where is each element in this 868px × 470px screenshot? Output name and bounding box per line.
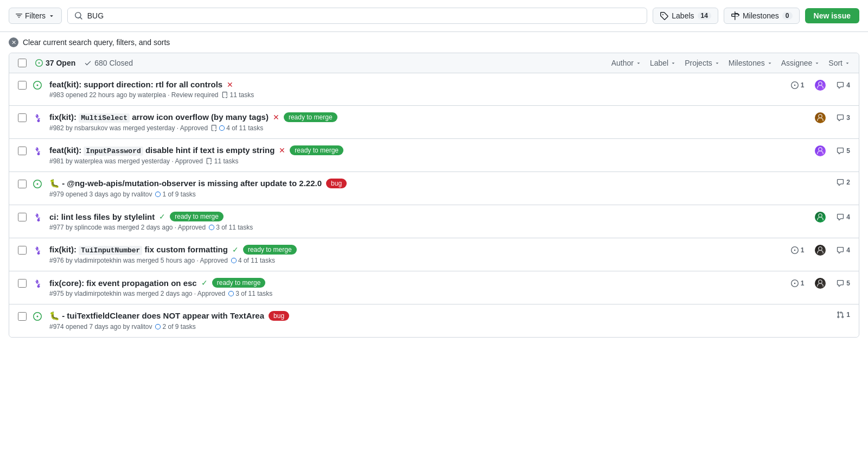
- table-row: fix(kit): TuiInputNumber fix custom form…: [9, 238, 859, 271]
- user-avatar-icon: [816, 246, 825, 255]
- merged-issue-icon: [33, 279, 43, 289]
- issue-title-line: fix(kit): MultiSelect arrow icon overflo…: [49, 112, 800, 122]
- issue-title[interactable]: 🐛 - tuiTextfieldCleaner does NOT appear …: [49, 311, 264, 321]
- ready-to-merge-badge: ready to merge: [290, 145, 343, 155]
- closed-icon: [84, 59, 92, 67]
- close-mark[interactable]: ✕: [227, 80, 233, 89]
- clear-bar: ✕ Clear current search query, filters, a…: [0, 32, 868, 53]
- issue-content: ci: lint less files by stylelint ✓ ready…: [49, 212, 800, 231]
- comment-icon: [837, 179, 844, 186]
- row-checkbox[interactable]: [18, 180, 27, 188]
- search-input[interactable]: [87, 11, 641, 20]
- task-progress-icon: [155, 324, 161, 329]
- row-checkbox[interactable]: [18, 147, 27, 155]
- issue-meta: #981 by waterplea was merged yesterday ·…: [49, 157, 800, 165]
- checkmark-icon: ✓: [201, 278, 208, 287]
- closed-count[interactable]: 680 Closed: [84, 59, 133, 67]
- select-all-checkbox[interactable]: [18, 59, 27, 67]
- issue-title[interactable]: feat(kit): InputPassword disable hint if…: [49, 145, 275, 155]
- task-count: 3 of 11 tasks: [228, 290, 272, 297]
- row-checkbox[interactable]: [18, 213, 27, 221]
- new-issue-button[interactable]: New issue: [805, 8, 859, 23]
- merged-issue-icon: [33, 213, 43, 223]
- issue-meta-text: #976 by vladimirpotekhin was merged 5 ho…: [49, 257, 228, 264]
- search-icon: [74, 11, 83, 20]
- labels-button[interactable]: Labels 14: [653, 8, 718, 24]
- clear-text[interactable]: Clear current search query, filters, and…: [23, 38, 170, 47]
- task-progress-icon: [209, 225, 214, 230]
- avatar: [815, 245, 826, 256]
- issue-meta: #977 by splincode was merged 2 days ago …: [49, 224, 800, 231]
- milestone-icon: [731, 11, 739, 20]
- milestones-dropdown[interactable]: Milestones: [729, 59, 773, 67]
- issue-title-line: 🐛 - tuiTextfieldCleaner does NOT appear …: [49, 311, 821, 321]
- watch-icon: [791, 280, 799, 287]
- comment-count: 4: [837, 246, 850, 254]
- issue-title-line: fix(core): fix event propagation on esc …: [49, 278, 776, 288]
- issue-meta: #975 by vladimirpotekhin was merged 2 da…: [49, 290, 776, 297]
- merged-issue-icon: [33, 246, 43, 256]
- table-row: ci: lint less files by stylelint ✓ ready…: [9, 205, 859, 238]
- issue-title-line: fix(kit): TuiInputNumber fix custom form…: [49, 245, 776, 255]
- row-checkbox[interactable]: [18, 279, 27, 288]
- issue-right: 1 5: [782, 278, 850, 289]
- issues-container: 37 Open 680 Closed Author Label Projects…: [9, 53, 859, 338]
- milestones-chevron-icon: [767, 60, 773, 66]
- avatar: [815, 112, 826, 123]
- row-checkbox[interactable]: [18, 246, 27, 255]
- issue-title-line: 🐛 - @ng-web-apis/mutation-observer is mi…: [49, 179, 821, 188]
- close-mark[interactable]: ✕: [279, 146, 285, 155]
- issue-right: 1 4: [782, 80, 850, 91]
- task-progress-icon: [155, 192, 161, 197]
- avatar: [815, 80, 826, 91]
- issue-content: 🐛 - @ng-web-apis/mutation-observer is mi…: [49, 179, 821, 198]
- task-progress-icon: [219, 125, 225, 131]
- row-checkbox[interactable]: [18, 81, 27, 90]
- assignee-dropdown[interactable]: Assignee: [781, 59, 820, 67]
- issue-title[interactable]: feat(kit): support direction: rtl for al…: [49, 80, 222, 89]
- issue-title[interactable]: fix(kit): TuiInputNumber fix custom form…: [49, 245, 228, 255]
- issue-right: 3: [806, 112, 850, 123]
- issue-title[interactable]: 🐛 - @ng-web-apis/mutation-observer is mi…: [49, 179, 322, 188]
- issue-meta: #982 by nsbarsukov was merged yesterday …: [49, 124, 800, 132]
- sort-dropdown[interactable]: Sort: [828, 59, 850, 67]
- table-row: feat(kit): support direction: rtl for al…: [9, 73, 859, 106]
- checkmark-icon: ✓: [232, 245, 239, 254]
- comment-icon: [837, 246, 844, 254]
- close-mark[interactable]: ✕: [273, 113, 279, 122]
- merged-issue-icon: [33, 113, 43, 123]
- ready-to-merge-badge: ready to merge: [243, 245, 297, 255]
- filter-icon: [16, 12, 22, 19]
- label-chevron-icon: [671, 60, 676, 66]
- watch-icon: [791, 246, 799, 254]
- label-dropdown[interactable]: Label: [650, 59, 676, 67]
- task-count: 4 of 11 tasks: [211, 124, 263, 132]
- clear-icon[interactable]: ✕: [9, 37, 18, 47]
- issue-title[interactable]: fix(kit): MultiSelect arrow icon overflo…: [49, 112, 269, 122]
- user-avatar-icon: [816, 213, 825, 221]
- comment-icon: [837, 114, 844, 122]
- watch-icon: [791, 81, 799, 89]
- search-box: [67, 8, 647, 24]
- projects-dropdown[interactable]: Projects: [685, 59, 720, 67]
- milestones-button[interactable]: Milestones 0: [724, 8, 800, 24]
- task-list-icon: [222, 92, 228, 98]
- issue-meta-text: #981 by waterplea was merged yesterday ·…: [49, 157, 203, 165]
- avatar: [815, 212, 826, 223]
- issue-right: 1 4: [782, 245, 850, 256]
- comment-count: 5: [837, 280, 850, 287]
- open-count[interactable]: 37 Open: [35, 59, 75, 67]
- issue-content: fix(kit): MultiSelect arrow icon overflo…: [49, 112, 800, 132]
- filters-button[interactable]: Filters: [9, 8, 62, 24]
- issues-header-left: 37 Open 680 Closed: [18, 59, 603, 67]
- issue-right: 1: [828, 311, 850, 319]
- row-checkbox[interactable]: [18, 113, 27, 122]
- issue-meta: #979 opened 3 days ago by rvalitov 1 of …: [49, 190, 821, 198]
- issue-title[interactable]: fix(core): fix event propagation on esc: [49, 278, 197, 288]
- open-issue-icon: [33, 81, 43, 91]
- row-checkbox[interactable]: [18, 312, 27, 321]
- issue-title[interactable]: ci: lint less files by stylelint: [49, 212, 155, 221]
- milestones-count: 0: [782, 12, 793, 20]
- comment-icon: [837, 213, 844, 221]
- author-dropdown[interactable]: Author: [611, 59, 641, 67]
